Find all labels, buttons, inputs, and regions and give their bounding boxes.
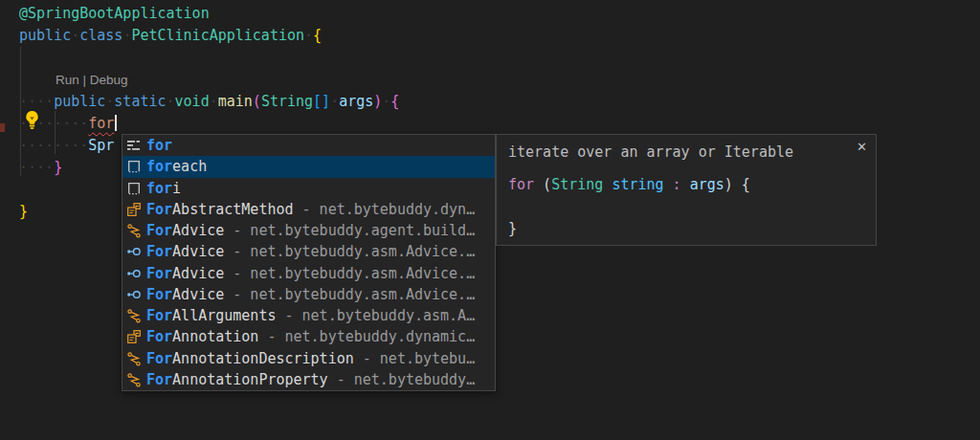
code-token[interactable]: ···· (19, 159, 54, 176)
suggestion-match-text: For (146, 286, 172, 303)
lightbulb-icon[interactable] (23, 110, 41, 130)
codelens-debug-link[interactable]: Debug (90, 73, 128, 87)
code-token[interactable]: · (167, 93, 175, 110)
code-token[interactable]: String (261, 93, 313, 110)
code-token: ) { (724, 176, 750, 193)
code-token: : (673, 176, 681, 193)
code-token[interactable]: @SpringBootApplication (19, 5, 210, 22)
enum-icon (126, 308, 142, 323)
keyword-icon (126, 138, 142, 153)
code-token[interactable]: [] (313, 93, 330, 110)
suggestion-label: AbstractMethod (172, 201, 293, 218)
code-token[interactable]: · (304, 27, 313, 44)
code-line[interactable]: @SpringBootApplication (0, 3, 980, 25)
code-token: string (612, 176, 663, 193)
text-cursor (115, 115, 117, 131)
suggestion-label: Annotation (172, 328, 258, 345)
suggestion-label: i (172, 180, 181, 197)
code-token: } (508, 220, 517, 237)
suggestion-match-text: for (146, 180, 172, 197)
code-token[interactable]: class (79, 27, 122, 44)
code-token[interactable]: ( (253, 93, 261, 110)
suggestion-label: AnnotationDescription (172, 350, 354, 367)
suggestion-label: AnnotationProperty (172, 371, 328, 388)
code-token[interactable]: } (19, 203, 28, 220)
suggestion-item[interactable]: ForAnnotation - net.bytebuddy.dynamic… (122, 326, 495, 347)
code-line[interactable]: ········for (0, 113, 980, 135)
code-token[interactable]: · (71, 27, 79, 44)
code-editor[interactable]: @SpringBootApplicationpublic·class·PetCl… (0, 0, 980, 440)
code-token[interactable]: ········ (19, 137, 88, 154)
code-token[interactable]: } (54, 159, 62, 176)
suggestion-detail: - net.bytebuddy.dynamic… (258, 328, 475, 345)
suggestion-match-text: For (146, 222, 172, 239)
code-token (664, 176, 673, 193)
suggestion-item[interactable]: ForAdvice - net.bytebuddy.asm.Advice.… (122, 284, 495, 305)
docs-description: iterate over an array or Iterable (508, 143, 793, 161)
codelens-separator: | (79, 73, 90, 87)
enum-icon (126, 223, 142, 238)
suggestion-match-text: For (146, 201, 172, 218)
code-line[interactable]: ····public·static·void·main(String[]·arg… (0, 91, 980, 113)
interface-icon (126, 244, 142, 259)
code-token[interactable]: · (210, 93, 218, 110)
suggestion-label: Advice (172, 265, 224, 282)
suggestion-detail: - net.bytebuddy.asm.Advice.… (224, 286, 475, 303)
suggestion-detail: - net.bytebuddy.dyn… (294, 201, 476, 218)
code-token[interactable]: · (105, 93, 114, 110)
code-token[interactable]: main (218, 93, 253, 110)
code-token[interactable]: { (390, 93, 399, 110)
enum-icon (126, 351, 142, 366)
code-token[interactable]: Spr (88, 137, 114, 154)
suggestion-detail: - net.bytebuddy.asm.A… (276, 307, 475, 324)
code-token[interactable]: args (339, 93, 373, 110)
interface-icon (126, 266, 142, 281)
suggestion-item[interactable]: ForAnnotationProperty - net.bytebuddy… (122, 369, 495, 390)
suggestion-item[interactable]: ForAnnotationDescription - net.bytebu… (122, 348, 495, 369)
code-token[interactable]: · (330, 93, 339, 110)
class-icon (126, 329, 142, 344)
code-token[interactable]: { (313, 27, 322, 44)
suggestion-match-text: For (146, 243, 172, 260)
docs-code-line: for (String string : args) { (508, 174, 750, 196)
code-token[interactable]: void (175, 93, 210, 110)
interface-icon (126, 287, 142, 302)
suggestion-match-text: for (146, 137, 172, 154)
suggestion-match-text: For (146, 307, 172, 324)
code-token[interactable]: · (382, 93, 390, 110)
code-token[interactable]: static (114, 93, 166, 110)
suggestion-match-text: For (146, 265, 172, 282)
code-line[interactable]: public·class·PetClinicApplication·{ (0, 25, 980, 47)
code-token[interactable]: ) (373, 93, 382, 110)
suggestion-item[interactable]: ForAbstractMethod - net.bytebuddy.dyn… (122, 199, 495, 220)
suggestion-match-text: For (146, 371, 172, 388)
suggestion-item[interactable]: ForAdvice - net.bytebuddy.asm.Advice.… (122, 263, 495, 284)
suggestion-item[interactable]: for (122, 135, 495, 156)
snippet-icon (126, 159, 142, 174)
code-token: String (551, 176, 603, 193)
code-token[interactable]: ···· (19, 93, 54, 110)
suggestion-detail: - net.bytebu… (354, 350, 475, 367)
code-token: args (690, 176, 724, 193)
suggestion-label: each (172, 158, 207, 175)
suggestion-label: AllArguments (172, 307, 276, 324)
code-token[interactable]: public (54, 93, 105, 110)
suggestion-label: Advice (172, 286, 224, 303)
suggestion-label: Advice (172, 243, 224, 260)
suggestion-item[interactable]: ForAdvice - net.bytebuddy.asm.Advice.… (122, 241, 495, 262)
suggestion-item[interactable]: fori (122, 178, 495, 199)
suggestion-item[interactable]: ForAllArguments - net.bytebuddy.asm.A… (122, 305, 495, 326)
code-token[interactable]: PetClinicApplication (131, 27, 304, 44)
code-line[interactable] (0, 47, 980, 69)
suggestion-item[interactable]: foreach (122, 156, 495, 177)
code-line[interactable]: Run | Debug (0, 69, 980, 91)
suggestion-match-text: for (146, 158, 172, 175)
code-token[interactable]: for (88, 115, 114, 132)
snippet-icon (126, 181, 142, 196)
close-icon[interactable]: ✕ (857, 140, 867, 154)
code-token[interactable]: public (19, 27, 71, 44)
suggestion-item[interactable]: ForAdvice - net.bytebuddy.agent.build… (122, 220, 495, 241)
suggestion-label: Advice (172, 222, 224, 239)
codelens-run-link[interactable]: Run (56, 73, 79, 87)
docs-code-brace: } (508, 218, 517, 240)
